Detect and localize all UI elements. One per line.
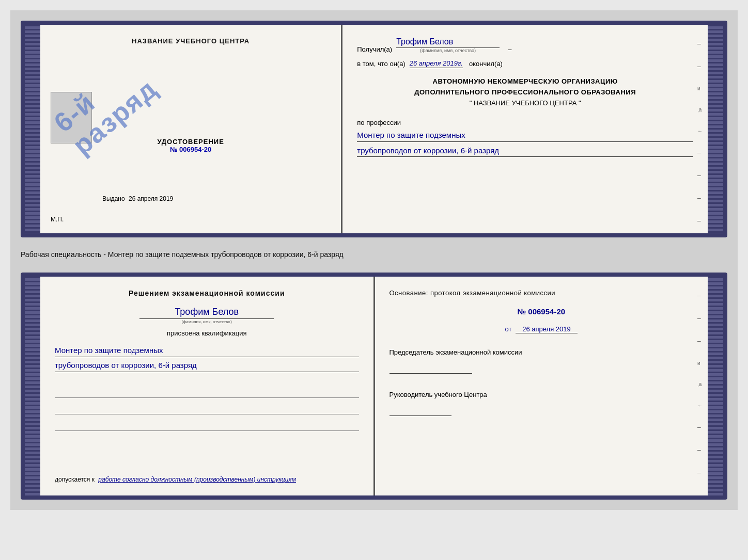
bottom-right-spine: [708, 277, 723, 495]
udostoverenie-label: УДОСТОВЕРЕНИЕ: [157, 138, 224, 146]
bottom-right-edge-lines: – – – и ,а ← – – – – –: [697, 292, 703, 500]
predsedatel-block: Председатель экзаменационной комиссии: [389, 348, 694, 374]
org-line1: АВТОНОМНУЮ НЕКОММЕРЧЕСКУЮ ОРГАНИЗАЦИЮ: [357, 76, 693, 87]
po-professii-label: по профессии: [357, 119, 401, 126]
v-tom-line: в том, что он(а) 26 апреля 2019г. окончи…: [357, 59, 693, 68]
vydano-block: Выдано 26 апреля 2019: [102, 195, 173, 202]
rukovoditel-label: Руководитель учебного Центра: [389, 391, 487, 398]
mp-label: М.П.: [51, 216, 64, 223]
bottom-left-page: Решением экзаменационной комиссии Трофим…: [40, 277, 375, 495]
right-spine-decoration: [708, 25, 723, 233]
poluchil-dash: –: [508, 45, 511, 53]
protocol-date-value: 26 апреля 2019: [516, 325, 578, 333]
udostoverenie-number: № 006954-20: [157, 146, 224, 153]
osnovanie-label: Основание: протокол экзаменационной коми…: [389, 289, 694, 297]
top-left-page: НАЗВАНИЕ УЧЕБНОГО ЦЕНТРА 6-й разряд УДОС…: [40, 25, 342, 233]
predsedatel-label: Председатель экзаменационной комиссии: [389, 348, 522, 356]
right-edge-lines: – – и ,а ← – – – –: [697, 40, 703, 225]
top-right-page: – – и ,а ← – – – – Получил(а) Трофим Бел…: [342, 25, 708, 233]
prisvoena-label: присвоена квалификация: [55, 329, 359, 337]
dopuskaetsya-text: работе согласно должностным (производств…: [98, 476, 296, 483]
po-professii-block: по профессии Монтер по защите подземных …: [357, 119, 693, 157]
poluchil-name: Трофим Белов: [396, 37, 500, 48]
left-spine-decoration: [25, 25, 40, 233]
v-tom-label: в том, что он(а): [357, 60, 405, 68]
predsedatel-signature-line: [389, 361, 472, 374]
rukovoditel-signature-line: [389, 404, 451, 416]
bottom-right-page: – – – и ,а ← – – – – – Основание: проток…: [375, 277, 708, 495]
okончил-date: 26 апреля 2019г.: [410, 59, 463, 68]
org-line2: ДОПОЛНИТЕЛЬНОГО ПРОФЕССИОНАЛЬНОГО ОБРАЗО…: [357, 87, 693, 98]
bottom-name-hint: (фамилия, имя, отчество): [55, 319, 359, 324]
stamp-diagonal-text: 6-й разряд: [49, 51, 163, 161]
qualification-line1: Монтер по защите подземных: [55, 344, 359, 357]
vydano-label: Выдано: [102, 195, 125, 202]
okончил-label: окончил(а): [469, 60, 503, 68]
left-page-title: НАЗВАНИЕ УЧЕБНОГО ЦЕНТРА: [132, 37, 250, 45]
page-wrapper: НАЗВАНИЕ УЧЕБНОГО ЦЕНТРА 6-й разряд УДОС…: [10, 10, 738, 510]
poluchil-label: Получил(а): [357, 45, 392, 53]
blank-lines-block: [55, 386, 359, 431]
protocol-date: от 26 апреля 2019: [389, 325, 694, 333]
date-prefix: от: [505, 325, 511, 333]
rukovoditel-block: Руководитель учебного Центра: [389, 390, 694, 416]
specialty-text: Рабочая специальность - Монтер по защите…: [21, 246, 727, 264]
bottom-certificate-book: Решением экзаменационной комиссии Трофим…: [21, 273, 727, 500]
dopuskaetsya-block: допускается к работе согласно должностны…: [55, 476, 359, 483]
qualification-line2: трубопроводов от коррозии, 6-й разряд: [55, 359, 359, 372]
bottom-name: Трофим Белов: [139, 307, 274, 319]
vydano-date: 26 апреля 2019: [129, 195, 173, 202]
dopuskaetsya-label: допускается к: [55, 476, 95, 483]
qualification-block: Монтер по защите подземных трубопроводов…: [55, 342, 359, 372]
org-block: АВТОНОМНУЮ НЕКОММЕРЧЕСКУЮ ОРГАНИЗАЦИЮ ДО…: [357, 76, 693, 108]
profession-line2: трубопроводов от коррозии, 6-й разряд: [357, 145, 693, 157]
udostoverenie-block: УДОСТОВЕРЕНИЕ № 006954-20: [157, 117, 224, 153]
bottom-left-spine: [25, 277, 40, 495]
protocol-number: № 006954-20: [389, 307, 694, 316]
name-block-bottom: Трофим Белов (фамилия, имя, отчество): [55, 307, 359, 324]
profession-line1: Монтер по защите подземных: [357, 130, 693, 142]
org-line3: " НАЗВАНИЕ УЧЕБНОГО ЦЕНТРА ": [357, 98, 693, 109]
poluchil-line: Получил(а) Трофим Белов (фамилия, имя, о…: [357, 37, 693, 53]
top-certificate-book: НАЗВАНИЕ УЧЕБНОГО ЦЕНТРА 6-й разряд УДОС…: [21, 21, 727, 237]
poluchil-hint: (фамилия, имя, отчество): [420, 48, 476, 53]
resheniem-title: Решением экзаменационной комиссии: [55, 289, 359, 297]
